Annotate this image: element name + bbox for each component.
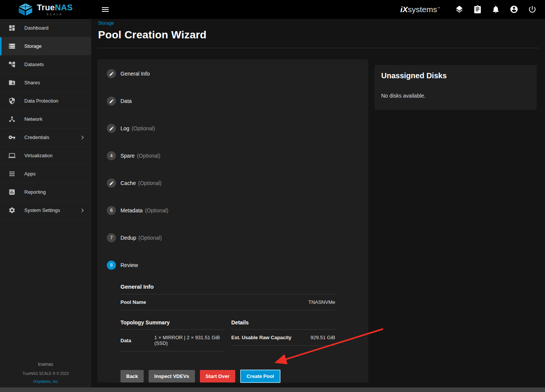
step-marker-review: 8 <box>107 261 116 270</box>
step-review[interactable]: 8 Review <box>107 251 368 279</box>
sidebar-item-data-protection[interactable]: Data Protection <box>0 92 91 110</box>
inspect-vdevs-button[interactable]: Inspect VDEVs <box>149 370 195 383</box>
shared-folder-icon <box>8 79 16 87</box>
capacity-row: Est. Usable Raw Capacity 929.51 GiB <box>231 330 336 345</box>
data-vdev-value: 1 × MIRROR | 2 × 931.51 GiB (SSD) <box>154 335 225 346</box>
sidebar-item-shares[interactable]: Shares <box>0 74 91 92</box>
bell-icon <box>491 5 500 14</box>
ixsystems-link[interactable]: iXsystems, Inc <box>33 379 58 384</box>
edit-icon <box>109 99 114 104</box>
create-pool-button[interactable]: Create Pool <box>240 370 280 383</box>
horizontal-scrollbar[interactable] <box>0 387 545 392</box>
sidebar-item-system-settings[interactable]: System Settings <box>0 201 91 220</box>
back-button[interactable]: Back <box>120 370 144 383</box>
sidebar-nav: Dashboard Storage Datasets Shares Data P… <box>0 19 91 387</box>
truenas-logo[interactable]: TrueNAS SCALE <box>0 3 73 16</box>
key-icon <box>8 134 16 141</box>
data-vdev-row: Data 1 × MIRROR | 2 × 931.51 GiB (SSD) <box>120 330 225 351</box>
sidebar-item-apps[interactable]: Apps <box>0 165 91 183</box>
page-title: Pool Creation Wizard <box>98 29 206 41</box>
step-data[interactable]: Data <box>107 87 368 115</box>
step-general-info[interactable]: General Info <box>107 60 368 87</box>
topbar: TrueNAS SCALE iXsystems™ <box>0 0 545 19</box>
start-over-button[interactable]: Start Over <box>200 370 235 383</box>
shield-icon <box>8 97 16 105</box>
step-cache[interactable]: Cache(Optional) <box>107 169 368 197</box>
pool-name-row: Pool Name TNASNVMe <box>120 294 335 310</box>
edit-icon <box>109 181 114 186</box>
sidebar-item-reporting[interactable]: Reporting <box>0 183 91 201</box>
ixsystems-tm: ™ <box>437 6 440 10</box>
divider <box>120 351 225 351</box>
computer-icon <box>8 152 16 160</box>
capacity-value: 929.51 GiB <box>311 335 335 340</box>
pool-creation-wizard-card: General Info Data Log(Optional) 4 Spare(… <box>97 59 368 383</box>
step-spare[interactable]: 4 Spare(Optional) <box>107 142 368 169</box>
storage-icon <box>8 43 16 50</box>
step-metadata[interactable]: 6 Metadata(Optional) <box>107 197 368 224</box>
dashboard-icon <box>8 24 16 32</box>
ixsystems-logo-ix: iX <box>400 5 408 14</box>
divider <box>120 310 335 310</box>
step-marker-data <box>107 96 116 106</box>
pool-name-label: Pool Name <box>120 299 146 305</box>
step-marker-log <box>107 124 116 133</box>
capacity-label: Est. Usable Raw Capacity <box>231 335 292 340</box>
data-vdev-label: Data <box>120 338 154 343</box>
step-marker-general-info <box>107 69 116 78</box>
sidebar-item-virtualization[interactable]: Virtualization <box>0 147 91 165</box>
apps-grid-icon <box>8 170 16 178</box>
power-button[interactable] <box>528 5 537 14</box>
details-column: Details Est. Usable Raw Capacity 929.51 … <box>231 319 336 351</box>
topbar-actions: iXsystems™ <box>400 0 537 19</box>
power-icon <box>528 5 537 14</box>
wizard-actions: Back Inspect VDEVs Start Over Create Poo… <box>120 370 335 383</box>
sidebar-item-network[interactable]: Network <box>0 110 91 128</box>
truenas-logo-icon <box>17 3 33 16</box>
sidebar-item-storage[interactable]: Storage <box>0 37 91 55</box>
layers-icon <box>455 5 464 14</box>
chevron-right-icon <box>79 134 86 141</box>
network-hub-icon <box>8 115 16 123</box>
review-general-info-heading: General Info <box>120 283 335 290</box>
review-columns: Topology Summary Data 1 × MIRROR | 2 × 9… <box>120 319 335 351</box>
ixsystems-logo-systems: systems <box>408 5 437 14</box>
clipboard-icon <box>473 5 482 14</box>
ixsystems-logo: iXsystems™ <box>400 5 440 14</box>
sidebar-footer: truenas TrueNAS SCALE ® © 2023 iXsystems… <box>0 362 91 384</box>
hamburger-icon <box>101 5 110 14</box>
topology-summary-column: Topology Summary Data 1 × MIRROR | 2 × 9… <box>120 319 225 351</box>
truecommand-button[interactable] <box>455 5 464 14</box>
topology-summary-heading: Topology Summary <box>120 319 225 326</box>
review-panel: General Info Pool Name TNASNVMe Topology… <box>120 283 335 383</box>
step-marker-metadata: 6 <box>107 206 116 215</box>
truenas-app: TrueNAS SCALE iXsystems™ <box>0 0 545 392</box>
hostname: truenas <box>0 362 91 367</box>
pool-name-value: TNASNVMe <box>308 299 335 305</box>
brand-nas: NAS <box>55 3 73 12</box>
edit-icon <box>109 71 114 76</box>
bar-chart-icon <box>8 188 16 196</box>
title-divider <box>98 48 540 48</box>
breadcrumb: Storage <box>98 21 114 26</box>
step-dedup[interactable]: 7 Dedup(Optional) <box>107 224 368 251</box>
brand-scale: SCALE <box>37 13 73 16</box>
breadcrumb-storage-link[interactable]: Storage <box>98 21 114 26</box>
jobs-button[interactable] <box>473 5 482 14</box>
menu-toggle-button[interactable] <box>101 5 110 14</box>
edit-icon <box>109 126 114 131</box>
alerts-button[interactable] <box>491 5 500 14</box>
unassigned-disks-title: Unassigned Disks <box>381 71 530 80</box>
account-button[interactable] <box>509 5 518 14</box>
step-marker-cache <box>107 179 116 188</box>
chevron-right-icon <box>79 207 86 214</box>
unassigned-disks-card: Unassigned Disks No disks available. <box>374 65 537 110</box>
step-log[interactable]: Log(Optional) <box>107 115 368 142</box>
sidebar-item-credentials[interactable]: Credentials <box>0 128 91 147</box>
copyright: TrueNAS SCALE ® © 2023 <box>0 371 91 376</box>
sidebar-item-datasets[interactable]: Datasets <box>0 55 91 74</box>
sidebar-item-dashboard[interactable]: Dashboard <box>0 19 91 37</box>
truenas-logo-text: TrueNAS SCALE <box>37 3 73 16</box>
no-disks-message: No disks available. <box>381 93 530 99</box>
step-marker-dedup: 7 <box>107 233 116 242</box>
